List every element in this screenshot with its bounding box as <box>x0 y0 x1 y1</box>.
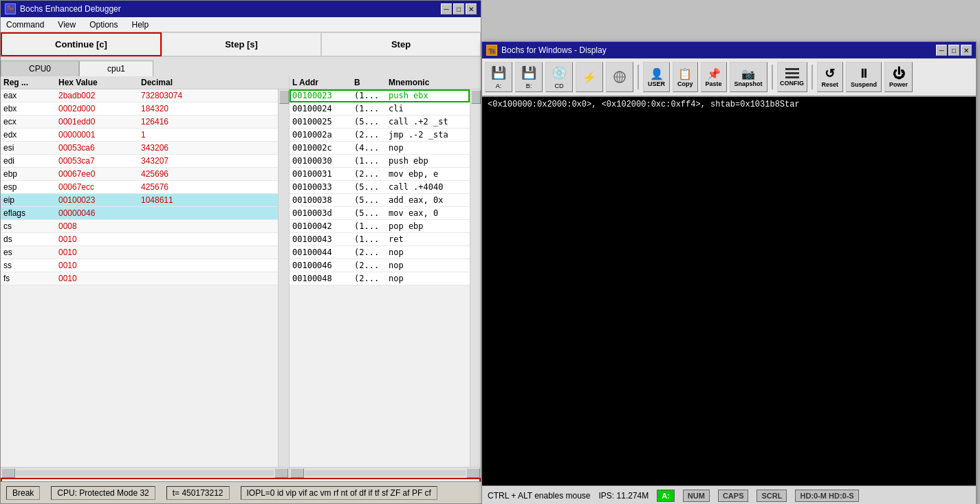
tab-cpu0[interactable]: CPU0 <box>1 61 79 76</box>
disasm-mnem: nop <box>389 261 467 270</box>
reg-row[interactable]: eip 00100023 1048611 <box>1 194 278 207</box>
menu-command[interactable]: Command <box>3 19 47 31</box>
menu-help[interactable]: Help <box>129 19 152 31</box>
reg-row[interactable]: ebp 00067ee0 425696 <box>1 168 278 181</box>
main-content: Reg ... Hex Value Decimal eax 2badb002 7… <box>1 76 481 478</box>
disasm-addr: 00100048 <box>292 274 354 283</box>
snapshot-button[interactable]: 📷 Snapshot <box>730 62 767 92</box>
reg-row[interactable]: es 0010 <box>1 246 278 259</box>
debugger-close-btn[interactable]: ✕ <box>466 3 477 14</box>
display-maximize-btn[interactable]: □ <box>948 45 959 56</box>
disasm-row[interactable]: 0010002a (2... jmp .-2 _sta <box>290 129 470 142</box>
reg-row[interactable]: fs 0010 <box>1 272 278 285</box>
cd-button[interactable]: 💿 CD <box>545 62 573 92</box>
disasm-row[interactable]: 0010002c (4... nop <box>290 142 470 155</box>
disasm-row[interactable]: 00100031 (2... mov ebp, e <box>290 168 470 181</box>
disasm-row[interactable]: 00100043 (1... ret <box>290 233 470 246</box>
disasm-row[interactable]: 0010003d (5... mov eax, 0 <box>290 207 470 220</box>
disasm-row[interactable]: 00100033 (5... call .+4040 <box>290 181 470 194</box>
reg-dec <box>141 248 224 257</box>
display-screen[interactable]: <0x100000:0x2000:0x0>, <0x102000:0xc:0xf… <box>482 97 976 485</box>
user-icon: 👤 <box>650 67 664 80</box>
disasm-row[interactable]: 00100030 (1... push ebp <box>290 155 470 168</box>
disasm-mnem: add eax, 0x <box>389 195 467 205</box>
disasm-addr: 00100038 <box>292 195 354 205</box>
disasm-row[interactable]: 00100024 (1... cli <box>290 102 470 116</box>
reg-row[interactable]: edx 00000001 1 <box>1 129 278 142</box>
reg-row[interactable]: ss 0010 <box>1 259 278 272</box>
reg-hex: 00067ecc <box>58 182 141 192</box>
power-label: Power <box>889 81 908 88</box>
disasm-row[interactable]: 00100046 (2... nop <box>290 259 470 272</box>
boot-button[interactable]: ⚡ <box>576 62 603 92</box>
power-button[interactable]: ⏻ Power <box>884 62 913 92</box>
reg-hscrollbar[interactable] <box>1 467 289 478</box>
reg-row[interactable]: edi 00053ca7 343207 <box>1 155 278 168</box>
disasm-row[interactable]: 00100038 (5... add eax, 0x <box>290 194 470 207</box>
reg-row[interactable]: ds 0010 <box>1 233 278 246</box>
user-button[interactable]: 👤 USER <box>643 62 670 92</box>
disasm-addr: 00100046 <box>292 261 354 270</box>
debugger-minimize-btn[interactable]: ─ <box>441 3 452 14</box>
reg-row[interactable]: ecx 0001edd0 126416 <box>1 116 278 129</box>
reg-dec: 732803074 <box>141 91 224 100</box>
reg-row[interactable]: eax 2badb002 732803074 <box>1 89 278 102</box>
paste-button[interactable]: 📌 Paste <box>701 62 727 92</box>
reg-dec: 1 <box>141 130 224 140</box>
suspend-button[interactable]: ⏸ Suspend <box>846 62 882 92</box>
display-close-btn[interactable]: ✕ <box>961 45 972 56</box>
reg-scrollbar[interactable] <box>278 89 289 467</box>
disasm-bytes: (1... <box>354 104 389 113</box>
reg-row[interactable]: eflags 00000046 <box>1 207 278 220</box>
step2-button[interactable]: Step <box>321 32 481 56</box>
register-panel: Reg ... Hex Value Decimal eax 2badb002 7… <box>1 76 290 478</box>
disasm-bytes: (2... <box>354 130 389 140</box>
disasm-row[interactable]: 00100042 (1... pop ebp <box>290 220 470 233</box>
disasm-bytes: (5... <box>354 208 389 218</box>
status-break: Break <box>6 486 40 500</box>
reg-table: eax 2badb002 732803074 ebx 0002d000 1843… <box>1 89 278 467</box>
net-button[interactable] <box>606 62 633 92</box>
floppy-b-button[interactable]: 💾 B: <box>515 62 543 92</box>
display-titlebar-controls: ─ □ ✕ <box>936 45 972 56</box>
reg-name: edi <box>3 156 58 166</box>
disasm-hscrollbar[interactable] <box>290 467 481 478</box>
disasm-row[interactable]: 00100023 (1... push ebx <box>290 89 470 102</box>
reset-button[interactable]: ↺ Reset <box>817 62 844 92</box>
disasm-row[interactable]: 00100025 (5... call .+2 _st <box>290 116 470 129</box>
reg-row[interactable]: esp 00067ecc 425676 <box>1 181 278 194</box>
disasm-row[interactable]: 00100048 (2... nop <box>290 272 470 285</box>
config-button[interactable]: CONFIG <box>777 62 807 92</box>
disasm-mnem: ret <box>389 234 467 244</box>
copy-button[interactable]: 📋 Copy <box>673 62 698 92</box>
status-t: t= 450173212 <box>166 486 230 500</box>
mouse-label: CTRL + ALT enables mouse <box>488 491 591 501</box>
disasm-mnem: nop <box>389 274 467 283</box>
floppy-b-icon: 💾 <box>521 65 537 81</box>
disasm-scrollbar[interactable] <box>470 89 481 467</box>
menu-view[interactable]: View <box>55 19 78 31</box>
disasm-addr: 00100030 <box>292 156 354 166</box>
reg-row[interactable]: ebx 0002d000 184320 <box>1 102 278 116</box>
step-button[interactable]: Step [s] <box>162 32 321 56</box>
display-titlebar-left: 🐂 Bochs for Windows - Display <box>486 45 607 56</box>
reg-name: eflags <box>3 208 58 218</box>
reg-name: edx <box>3 130 58 140</box>
disasm-row[interactable]: 00100044 (2... nop <box>290 246 470 259</box>
menu-options[interactable]: Options <box>87 19 120 31</box>
continue-button[interactable]: Continue [c] <box>1 32 162 56</box>
reg-row[interactable]: cs 0008 <box>1 220 278 233</box>
floppy-b-label: B: <box>526 83 532 89</box>
tab-cpu1[interactable]: cpu1 <box>79 61 153 76</box>
reg-hex: 0002d000 <box>58 104 141 113</box>
floppy-a-button[interactable]: 💾 A: <box>485 62 512 92</box>
reg-dec: 126416 <box>141 117 224 127</box>
reg-hex: 00067ee0 <box>58 169 141 179</box>
display-minimize-btn[interactable]: ─ <box>936 45 947 56</box>
debugger-maximize-btn[interactable]: □ <box>453 3 464 14</box>
debugger-titlebar-controls: ─ □ ✕ <box>441 3 477 14</box>
reg-dec <box>141 208 224 218</box>
disasm-mnem: nop <box>389 248 467 257</box>
reg-row[interactable]: esi 00053ca6 343206 <box>1 142 278 155</box>
disasm-bytes: (1... <box>354 234 389 244</box>
